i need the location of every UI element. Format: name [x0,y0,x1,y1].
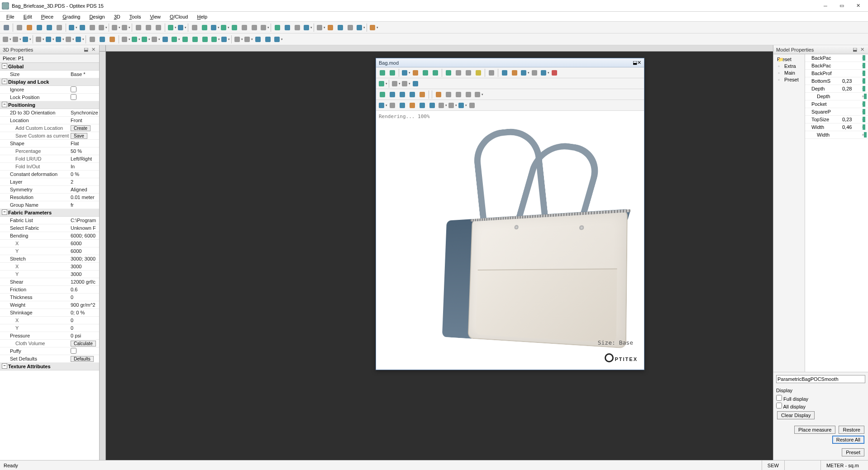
stretch-icon[interactable] [161,35,170,44]
trash-icon[interactable] [121,35,130,44]
ss-icon[interactable] [75,35,84,44]
img-icon[interactable] [540,68,549,77]
addpt-icon[interactable] [141,35,150,44]
prop-row[interactable]: Shrinkage0; 0 % [0,309,99,317]
avatar2-icon[interactable] [434,90,443,99]
ghost2-icon[interactable] [250,23,259,32]
model-param-row[interactable]: BackProf [805,70,868,77]
refresh-icon[interactable] [378,68,387,77]
tool-e-icon[interactable] [356,23,365,32]
new-icon[interactable] [15,23,24,32]
cut-icon[interactable] [134,23,143,32]
zoom-icon[interactable] [98,23,107,32]
page-icon[interactable] [234,35,243,44]
prop-row[interactable]: Y0 [0,324,99,332]
model-param-row[interactable]: Width [805,131,868,139]
status-sew[interactable]: SEW [762,461,784,470]
box-icon[interactable] [388,101,397,110]
pin-icon[interactable]: ⬓ [633,60,637,66]
maximize-button[interactable]: ▭ [834,0,850,11]
prop-row[interactable]: 2D to 3D OrientationSynchronize [0,109,99,117]
preset-node[interactable]: Preset [775,76,803,83]
canvas-2d[interactable]: Bag.mod ⬓ ✕ Rendering... 100% [106,52,773,460]
prop-row[interactable]: Fold In/OutIn [0,163,99,171]
pin-icon[interactable]: ⬓ [852,47,858,53]
workspace-2d[interactable]: Bag.mod ⬓ ✕ Rendering... 100% [100,45,773,460]
menu-help[interactable]: Help [192,13,212,20]
doc-icon[interactable] [151,35,160,44]
prop-row[interactable]: Weight900 gr/m^2 [0,301,99,309]
menu-ocloud[interactable]: O/Cloud [165,13,192,20]
circle-icon[interactable] [55,35,64,44]
restore-all-button[interactable]: Restore All [832,436,864,444]
saveall-icon[interactable] [45,23,54,32]
preset-node[interactable]: Extra [775,63,803,70]
open-icon[interactable] [25,23,34,32]
grid-icon[interactable] [78,23,87,32]
rect-icon[interactable] [22,35,31,44]
screen-icon[interactable] [530,68,539,77]
convert-icon[interactable] [131,35,140,44]
prop-row[interactable]: Y3000 [0,271,99,278]
model-param-row[interactable]: SquareP [805,108,868,116]
sheet-icon[interactable] [293,23,302,32]
property-grid[interactable]: GlobalSizeBase *Display and LockIgnoreLo… [0,63,99,460]
prop-row[interactable]: Select FabricUnknown F [0,224,99,232]
play-icon[interactable] [444,68,453,77]
prop-row[interactable]: Fold LR/UDLeft/Right [0,155,99,163]
axis-icon[interactable] [487,68,496,77]
mirror-icon[interactable] [210,35,219,44]
points-icon[interactable] [210,23,219,32]
menu-tools[interactable]: Tools [125,13,146,20]
undo-icon[interactable] [111,23,120,32]
tool-a-icon[interactable] [316,23,325,32]
prop-row[interactable]: Percentage50 % [0,147,99,155]
walk-icon[interactable] [88,35,97,44]
model-param-row[interactable]: BackPac [805,62,868,70]
prop-row[interactable]: Lock Position [0,94,99,101]
cloth-icon[interactable] [408,101,417,110]
anchor-icon[interactable] [2,35,11,44]
sync2-icon[interactable] [431,68,440,77]
arc-icon[interactable] [220,23,229,32]
rot-icon[interactable] [181,35,190,44]
print-icon[interactable] [55,23,64,32]
prop-row[interactable]: Resolution0.01 meter [0,194,99,201]
menu-design[interactable]: Design [85,13,109,20]
grid4-icon[interactable] [474,90,483,99]
prop-row[interactable]: ShapeFlat [0,140,99,147]
house-icon[interactable] [369,23,378,32]
menu-file[interactable]: File [2,13,19,20]
export-icon[interactable] [263,35,272,44]
rotc-icon[interactable] [200,35,210,44]
light-icon[interactable] [438,101,447,110]
pencil-icon[interactable] [378,79,387,88]
viewport-3d[interactable]: Rendering... 100% [376,111,644,370]
grid2-icon[interactable] [454,90,463,99]
window-3d[interactable]: Bag.mod ⬓ ✕ Rendering... 100% [376,58,644,370]
stitch2-icon[interactable] [411,68,420,77]
prop-group-texture-attributes[interactable]: Texture Attributes [0,363,99,370]
prop-row[interactable]: Friction0.6 [0,286,99,294]
prop-row[interactable]: Constant deformation0 % [0,171,99,178]
close-button[interactable]: ✕ [850,0,866,11]
cube-icon[interactable] [428,101,437,110]
snap-l-icon[interactable] [454,68,463,77]
prop-group-positioning[interactable]: Positioning [0,101,99,109]
rotccw-icon[interactable] [191,35,200,44]
close-panel-icon[interactable]: ✕ [90,47,96,53]
prop-row[interactable]: Add Custom LocationCreate [0,124,99,132]
close-window-icon[interactable]: ✕ [637,60,641,66]
wave2-icon[interactable] [108,35,117,44]
paste3d-icon[interactable] [401,79,410,88]
prop-row[interactable]: SizeBase * [0,71,99,78]
prop-row[interactable]: Set DefaultsDefaults [0,355,99,363]
window-3d-header[interactable]: Bag.mod ⬓ ✕ [376,58,644,67]
preset-node[interactable]: Main [775,70,803,76]
menu-grading[interactable]: Grading [58,13,85,20]
sync-icon[interactable] [421,68,430,77]
menu-edit[interactable]: Edit [19,13,37,20]
model-params[interactable]: BackPacBackPacBackProfBottomS0,23Depth0,… [805,54,868,372]
prop-row[interactable]: SymmetryAligned [0,186,99,194]
minimize-button[interactable]: ─ [817,0,834,11]
